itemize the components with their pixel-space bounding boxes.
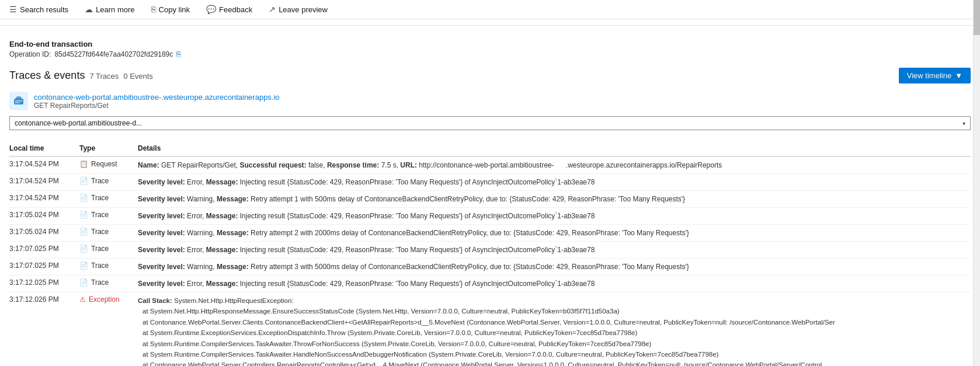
row-5-details: Severity level: Error, Message: Injectin… <box>138 245 971 255</box>
trace-icon-3: 📄 <box>79 211 88 219</box>
row-7-type-label: Trace <box>91 278 109 287</box>
row-6-time: 3:17:07.025 PM <box>9 262 79 270</box>
row-0-type: 📋 Request <box>79 160 138 168</box>
scrollbar[interactable] <box>973 0 980 366</box>
row-5-time: 3:17:07.025 PM <box>9 245 79 253</box>
traces-title: Traces & events 7 Traces 0 Events <box>9 69 153 82</box>
service-name-part1: contonance-web-portal.ambitioustree- <box>34 93 161 102</box>
row-8-type-label: Exception <box>89 295 120 304</box>
row-3-details: Severity level: Error, Message: Injectin… <box>138 211 971 221</box>
operation-id-label: Operation ID: <box>9 50 51 58</box>
row-1-details: Severity level: Error, Message: Injectin… <box>138 177 971 187</box>
row-2-details: Severity level: Warning, Message: Retry … <box>138 194 971 204</box>
operation-id-value: 85d45227fd644fe7aa402702fd29189c <box>54 50 173 58</box>
svg-rect-0 <box>14 99 23 104</box>
events-label: Events <box>130 72 153 81</box>
learn-more-label: Learn more <box>96 5 134 14</box>
row-3-type: 📄 Trace <box>79 211 138 219</box>
traces-events-label: Traces & events <box>9 69 85 82</box>
row-0-details: Name: GET RepairReports/Get, Successful … <box>138 160 971 170</box>
copy-operation-id-button[interactable]: ⎘ <box>176 50 181 58</box>
leave-preview-label: Leave preview <box>279 5 328 14</box>
dropdown-value: contonance-web-portal.ambitioustree-d... <box>15 119 142 127</box>
table-row-4[interactable]: 3:17:05.024 PM 📄 Trace Severity level: W… <box>9 225 971 242</box>
copy-icon: ⎘ <box>151 5 156 14</box>
row-8-time: 3:17:12.026 PM <box>9 295 79 304</box>
row-1-time: 3:17:04.524 PM <box>9 177 79 185</box>
row-1-type-label: Trace <box>91 177 109 185</box>
exception-warning-icon: ⚠ <box>79 295 86 304</box>
service-name-part2: .westeurope.azurecontainerapps.io <box>161 93 279 102</box>
row-7-details: Severity level: Error, Message: Injectin… <box>138 278 971 289</box>
service-dropdown[interactable]: contonance-web-portal.ambitioustree-d...… <box>9 116 971 130</box>
service-row: contonance-web-portal.ambitioustree- .we… <box>9 92 971 110</box>
row-6-type-label: Trace <box>91 262 109 270</box>
row-0-time: 3:17:04.524 PM <box>9 160 79 168</box>
table-row-3[interactable]: 3:17:05.024 PM 📄 Trace Severity level: E… <box>9 208 971 225</box>
table-row-0[interactable]: 3:17:04.524 PM 📋 Request Name: GET Repai… <box>9 157 971 174</box>
traces-header: Traces & events 7 Traces 0 Events View t… <box>9 68 971 83</box>
cloud-icon: ☁ <box>85 5 93 14</box>
row-2-type-label: Trace <box>91 194 109 202</box>
copy-link-label: Copy link <box>159 5 190 14</box>
trace-icon-5: 📄 <box>79 245 88 253</box>
operation-id-row: Operation ID: 85d45227fd644fe7aa402702fd… <box>9 50 971 58</box>
svg-rect-2 <box>15 102 20 103</box>
learn-more-nav[interactable]: ☁ Learn more <box>82 4 137 15</box>
dropdown-container: contonance-web-portal.ambitioustree-d...… <box>9 116 971 130</box>
chevron-down-icon: ▼ <box>955 71 962 80</box>
leave-preview-nav[interactable]: ↗ Leave preview <box>266 4 330 15</box>
col-header-time: Local time <box>9 144 79 152</box>
row-6-type: 📄 Trace <box>79 262 138 270</box>
col-header-type: Type <box>79 144 138 152</box>
service-method: GET RepairReports/Get <box>34 102 280 110</box>
feedback-icon: 💬 <box>206 5 216 14</box>
trace-icon-6: 📄 <box>79 262 88 270</box>
trace-icon: 📄 <box>79 177 88 185</box>
service-name: contonance-web-portal.ambitioustree- .we… <box>34 93 280 102</box>
cloud-service-icon <box>13 95 25 107</box>
row-8-details: Call Stack: System.Net.Http.HttpRequestE… <box>138 295 971 366</box>
row-3-time: 3:17:05.024 PM <box>9 211 79 219</box>
row-4-details: Severity level: Warning, Message: Retry … <box>138 228 971 238</box>
row-3-type-label: Trace <box>91 211 109 219</box>
col-header-details: Details <box>138 144 962 152</box>
main-content: End-to-end transaction Operation ID: 85d… <box>0 32 980 366</box>
view-timeline-button[interactable]: View timeline ▼ <box>899 68 971 83</box>
service-icon <box>9 92 28 110</box>
traces-label: Traces <box>96 72 119 81</box>
request-icon: 📋 <box>79 160 88 168</box>
scrollbar-thumb[interactable] <box>974 0 980 35</box>
svg-rect-1 <box>15 100 22 102</box>
table-row-6[interactable]: 3:17:07.025 PM 📄 Trace Severity level: W… <box>9 259 971 276</box>
row-1-type: 📄 Trace <box>79 177 138 185</box>
table-row-8-exception[interactable]: 3:17:12.026 PM ⚠ Exception Call Stack: S… <box>9 292 971 366</box>
traces-count-value: 7 Traces <box>89 72 119 81</box>
row-7-type: 📄 Trace <box>79 278 138 287</box>
top-nav: ☰ Search results ☁ Learn more ⎘ Copy lin… <box>0 0 980 19</box>
transaction-title: End-to-end transaction <box>9 40 971 48</box>
row-8-type: ⚠ Exception <box>79 295 138 304</box>
view-timeline-label: View timeline <box>907 71 951 80</box>
dropdown-arrow-icon: ▾ <box>962 120 965 127</box>
row-2-time: 3:17:04.524 PM <box>9 194 79 202</box>
nav-divider <box>0 25 980 26</box>
table-row-1[interactable]: 3:17:04.524 PM 📄 Trace Severity level: E… <box>9 174 971 191</box>
menu-icon: ☰ <box>9 5 17 14</box>
table-row-7[interactable]: 3:17:12.025 PM 📄 Trace Severity level: E… <box>9 276 971 292</box>
feedback-label: Feedback <box>219 5 252 14</box>
trace-icon-7: 📄 <box>79 278 88 287</box>
row-5-type: 📄 Trace <box>79 245 138 253</box>
trace-icon-4: 📄 <box>79 228 88 236</box>
row-4-time: 3:17:05.024 PM <box>9 228 79 236</box>
search-results-nav[interactable]: ☰ Search results <box>7 4 71 15</box>
table-row-5[interactable]: 3:17:07.025 PM 📄 Trace Severity level: E… <box>9 242 971 259</box>
trace-icon-2: 📄 <box>79 194 88 202</box>
row-4-type: 📄 Trace <box>79 228 138 236</box>
table-row-2[interactable]: 3:17:04.524 PM 📄 Trace Severity level: W… <box>9 191 971 208</box>
events-count-value: 0 Events <box>123 72 153 81</box>
table-header: Local time Type Details <box>9 141 971 157</box>
row-2-type: 📄 Trace <box>79 194 138 202</box>
feedback-nav[interactable]: 💬 Feedback <box>204 4 255 15</box>
copy-link-nav[interactable]: ⎘ Copy link <box>149 4 192 15</box>
